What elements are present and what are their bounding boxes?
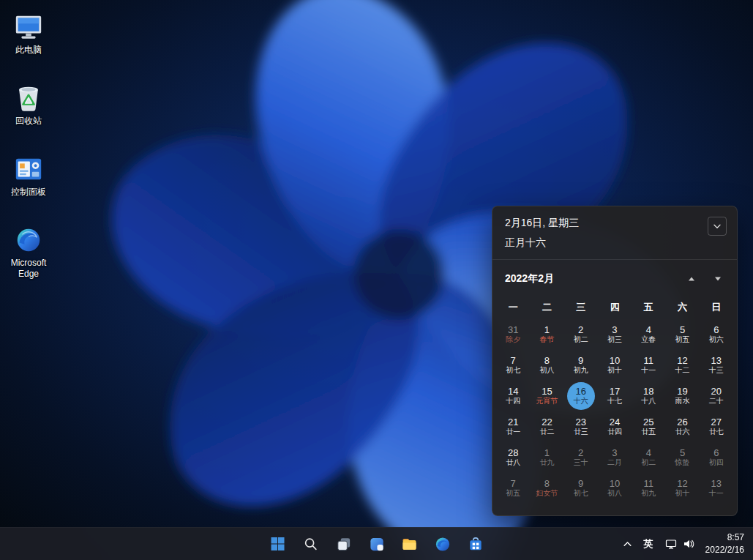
day-lunar-label: 十一 xyxy=(641,367,656,375)
search-button[interactable] xyxy=(297,531,324,558)
calendar-day[interactable]: 31除夕 xyxy=(496,319,530,350)
calendar-day[interactable]: 20二十 xyxy=(700,381,733,411)
calendar-day[interactable]: 9初九 xyxy=(564,350,598,381)
file-explorer-button[interactable] xyxy=(396,531,423,558)
calendar-grid: 31除夕1春节2初二3初三4立春5初五6初六7初七8初八9初九10初十11十一1… xyxy=(492,317,737,509)
day-number: 4 xyxy=(646,448,651,458)
day-lunar-label: 初二 xyxy=(574,336,588,344)
calendar-day[interactable]: 4立春 xyxy=(632,319,665,350)
caret-up-icon xyxy=(688,276,695,282)
calendar-day[interactable]: 26廿六 xyxy=(665,411,699,442)
calendar-day[interactable]: 24廿四 xyxy=(598,411,632,442)
day-lunar-label: 妇女节 xyxy=(536,490,558,498)
day-number: 27 xyxy=(711,417,722,428)
calendar-collapse-button[interactable] xyxy=(708,217,727,236)
calendar-day[interactable]: 17十七 xyxy=(598,381,632,411)
calendar-day[interactable]: 8初八 xyxy=(530,350,563,381)
calendar-day[interactable]: 9初七 xyxy=(564,473,598,504)
calendar-prev-month-button[interactable] xyxy=(681,271,702,287)
day-lunar-label: 初十 xyxy=(607,367,622,375)
start-button[interactable] xyxy=(264,531,291,558)
day-number: 13 xyxy=(711,479,722,489)
taskbar-clock[interactable]: 8:57 2022/2/16 xyxy=(700,531,752,558)
ime-indicator[interactable]: 英 xyxy=(637,531,660,558)
day-lunar-label: 廿四 xyxy=(607,428,622,436)
day-lunar-label: 初八 xyxy=(539,367,554,375)
day-number: 5 xyxy=(680,325,685,335)
system-tray: 英 8:57 202 xyxy=(618,528,752,560)
chevron-up-icon xyxy=(623,540,632,549)
calendar-day[interactable]: 19雨水 xyxy=(665,381,699,411)
calendar-day[interactable]: 13十一 xyxy=(700,473,733,504)
calendar-day[interactable]: 5惊蛰 xyxy=(665,442,699,473)
desktop-icon-control-panel[interactable]: 控制面板 xyxy=(1,151,56,212)
calendar-day[interactable]: 21廿一 xyxy=(496,411,530,442)
day-lunar-label: 初九 xyxy=(574,367,588,375)
day-lunar-label: 廿三 xyxy=(574,428,588,436)
search-icon xyxy=(303,536,319,552)
calendar-day[interactable]: 18十八 xyxy=(632,381,665,411)
folder-icon xyxy=(401,535,419,553)
calendar-day[interactable]: 23廿三 xyxy=(564,411,598,442)
calendar-day[interactable]: 3二月 xyxy=(598,442,632,473)
calendar-day[interactable]: 15元宵节 xyxy=(530,381,563,411)
calendar-day[interactable]: 11初九 xyxy=(632,473,665,504)
calendar-lunar-text: 正月十六 xyxy=(505,236,579,250)
calendar-day[interactable]: 2初二 xyxy=(564,319,598,350)
desktop-icon-list: 此电脑 回收站 xyxy=(1,9,56,283)
calendar-day[interactable]: 12初十 xyxy=(665,473,699,504)
tray-expand-button[interactable] xyxy=(618,531,637,558)
calendar-day[interactable]: 10初八 xyxy=(598,473,632,504)
desktop-icon-microsoft-edge[interactable]: Microsoft Edge xyxy=(1,222,56,283)
widgets-button[interactable] xyxy=(363,531,390,558)
edge-taskbar-button[interactable] xyxy=(429,531,456,558)
taskbar-center-icons xyxy=(264,528,489,560)
calendar-day[interactable]: 5初五 xyxy=(665,319,699,350)
calendar-day-selected[interactable]: 16十六 xyxy=(564,381,598,411)
calendar-day[interactable]: 11十一 xyxy=(632,350,665,381)
day-lunar-label: 立春 xyxy=(641,336,656,344)
calendar-day[interactable]: 28廿八 xyxy=(496,442,530,473)
calendar-day[interactable]: 2三十 xyxy=(564,442,598,473)
day-lunar-label: 廿二 xyxy=(539,428,554,436)
day-number: 26 xyxy=(677,417,687,428)
calendar-day[interactable]: 1春节 xyxy=(530,319,563,350)
calendar-next-month-button[interactable] xyxy=(708,271,728,287)
calendar-header: 2月16日, 星期三 正月十六 xyxy=(492,206,737,260)
desktop: 此电脑 回收站 xyxy=(0,0,753,560)
calendar-day[interactable]: 10初十 xyxy=(598,350,632,381)
calendar-day[interactable]: 7初七 xyxy=(496,350,530,381)
day-number: 24 xyxy=(610,417,620,428)
calendar-day[interactable]: 12十二 xyxy=(665,350,699,381)
calendar-day[interactable]: 22廿二 xyxy=(530,411,563,442)
calendar-day[interactable]: 7初五 xyxy=(496,473,530,504)
desktop-icon-label: Microsoft Edge xyxy=(1,258,56,280)
day-number: 9 xyxy=(578,356,583,366)
calendar-day[interactable]: 6初六 xyxy=(700,319,733,350)
day-number: 25 xyxy=(643,417,653,428)
day-number: 16 xyxy=(575,387,585,397)
weekday-label: 三 xyxy=(564,298,598,317)
day-number: 5 xyxy=(680,448,685,458)
calendar-day[interactable]: 27廿七 xyxy=(700,411,733,442)
calendar-day[interactable]: 13十三 xyxy=(700,350,733,381)
desktop-icon-recycle-bin[interactable]: 回收站 xyxy=(1,80,56,141)
task-view-button[interactable] xyxy=(330,531,357,558)
day-lunar-label: 初五 xyxy=(506,490,520,498)
this-pc-icon xyxy=(13,12,44,42)
calendar-day[interactable]: 8妇女节 xyxy=(530,473,563,504)
calendar-day[interactable]: 14十四 xyxy=(496,381,530,411)
calendar-month-label: 2022年2月 xyxy=(505,272,554,285)
store-button[interactable] xyxy=(462,531,489,558)
desktop-icon-this-pc[interactable]: 此电脑 xyxy=(1,9,56,70)
calendar-day[interactable]: 1廿九 xyxy=(530,442,563,473)
day-number: 3 xyxy=(612,325,617,335)
calendar-day[interactable]: 6初四 xyxy=(700,442,733,473)
network-volume-button[interactable] xyxy=(660,531,700,558)
calendar-day[interactable]: 3初三 xyxy=(598,319,632,350)
calendar-day[interactable]: 25廿五 xyxy=(632,411,665,442)
day-lunar-label: 十二 xyxy=(675,367,690,375)
calendar-day[interactable]: 4初二 xyxy=(632,442,665,473)
day-lunar-label: 十一 xyxy=(709,490,724,498)
day-lunar-label: 初九 xyxy=(641,490,656,498)
